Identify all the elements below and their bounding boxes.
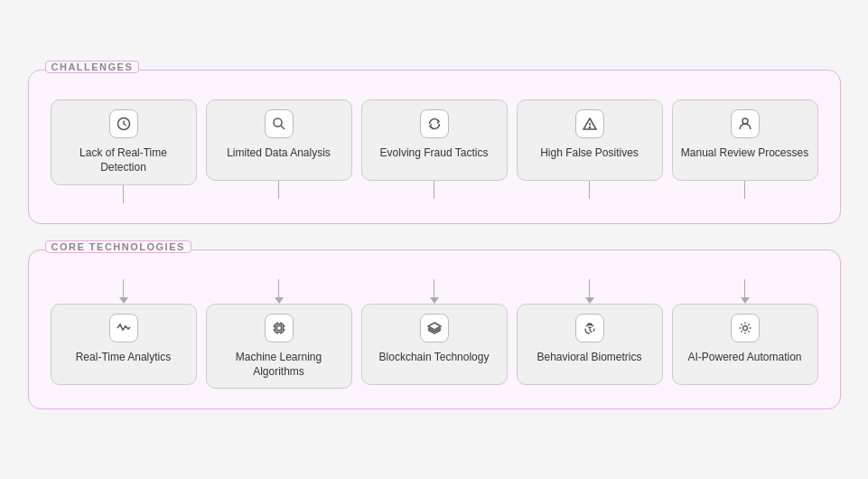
connector-top-4 — [589, 279, 591, 297]
arrow-5 — [741, 279, 750, 304]
arrowhead-2 — [275, 297, 284, 304]
arrow-2 — [275, 279, 284, 304]
card-wrapper-limited-data: Limited Data Analysis — [206, 99, 352, 199]
triangle-icon — [575, 109, 604, 138]
svg-point-5 — [589, 127, 590, 128]
connector-top-2 — [278, 279, 280, 297]
arrowhead-4 — [585, 297, 594, 304]
core-card-ml-algorithms: Machine Learning Algorithms — [206, 304, 352, 389]
arrowhead-5 — [741, 297, 750, 304]
svg-line-2 — [281, 126, 285, 129]
connector-5 — [744, 181, 746, 199]
arrow-4 — [585, 279, 594, 304]
core-technologies-cards-row: Real-Time Analytics — [51, 279, 818, 389]
person-icon — [731, 109, 760, 138]
clock-icon — [109, 109, 138, 138]
challenges-section: CHALLENGES Lack of Real-Time Detection — [28, 70, 841, 223]
connector-3 — [434, 181, 435, 199]
fingerprint-icon — [575, 314, 604, 343]
arrowhead-1 — [119, 297, 128, 304]
connector-top-5 — [744, 279, 746, 297]
core-card-blockchain-text: Blockchain Technology — [379, 350, 490, 364]
core-card-ml-algorithms-text: Machine Learning Algorithms — [214, 350, 344, 379]
core-card-behavioral-bio: Behavioral Biometrics — [517, 304, 663, 385]
cpu-icon — [265, 314, 294, 343]
core-card-blockchain: Blockchain Technology — [361, 304, 508, 385]
arrow-1 — [119, 279, 128, 304]
svg-point-6 — [742, 118, 748, 124]
challenge-card-manual-review-text: Manual Review Processes — [681, 146, 808, 160]
card-wrapper-ai-automation: AI-Powered Automation — [672, 279, 818, 385]
card-wrapper-blockchain: Blockchain Technology — [361, 279, 508, 385]
card-wrapper-lack-realtime: Lack of Real-Time Detection — [51, 99, 197, 202]
challenge-card-manual-review: Manual Review Processes — [672, 99, 818, 181]
connector-4 — [589, 181, 591, 199]
challenge-card-lack-realtime: Lack of Real-Time Detection — [51, 99, 197, 184]
challenge-card-limited-data-text: Limited Data Analysis — [227, 146, 331, 160]
card-wrapper-behavioral-bio: Behavioral Biometrics — [517, 279, 663, 385]
connector-top-1 — [123, 279, 125, 297]
core-card-ai-automation-text: AI-Powered Automation — [687, 350, 801, 364]
challenges-cards-row: Lack of Real-Time Detection Limited Data… — [51, 99, 818, 202]
search-icon — [265, 109, 294, 138]
core-card-realtime-analytics-text: Real-Time Analytics — [76, 350, 172, 364]
core-card-ai-automation: AI-Powered Automation — [672, 304, 818, 385]
connector-top-3 — [434, 279, 435, 297]
challenge-card-evolving-fraud-text: Evolving Fraud Tactics — [380, 146, 489, 160]
card-wrapper-realtime-analytics: Real-Time Analytics — [51, 279, 197, 385]
gear-icon — [731, 314, 760, 343]
layers-icon — [420, 314, 449, 343]
connector-2 — [278, 181, 280, 199]
arrowhead-3 — [430, 297, 439, 304]
card-wrapper-evolving-fraud: Evolving Fraud Tactics — [361, 99, 508, 199]
challenge-card-limited-data: Limited Data Analysis — [206, 99, 352, 181]
core-card-behavioral-bio-text: Behavioral Biometrics — [537, 350, 641, 364]
svg-point-1 — [274, 118, 282, 127]
card-wrapper-manual-review: Manual Review Processes — [672, 99, 818, 199]
core-card-realtime-analytics: Real-Time Analytics — [51, 304, 197, 385]
card-wrapper-ml-algorithms: Machine Learning Algorithms — [206, 279, 352, 389]
core-technologies-label: CORE TECHNOLOGIES — [45, 240, 191, 253]
refresh-icon — [420, 109, 449, 138]
connector-1 — [123, 185, 125, 203]
challenges-label: CHALLENGES — [45, 61, 140, 73]
arrow-3 — [430, 279, 439, 304]
card-wrapper-high-false: High False Positives — [517, 99, 663, 199]
svg-rect-8 — [276, 325, 281, 330]
core-technologies-section: CORE TECHNOLOGIES Real-Time Analytics — [28, 249, 841, 409]
svg-point-18 — [742, 325, 747, 330]
challenge-card-high-false: High False Positives — [517, 99, 663, 181]
challenge-card-high-false-text: High False Positives — [540, 146, 639, 160]
challenge-card-evolving-fraud: Evolving Fraud Tactics — [361, 99, 508, 181]
activity-icon — [109, 314, 138, 343]
challenge-card-lack-realtime-text: Lack of Real-Time Detection — [59, 146, 189, 174]
